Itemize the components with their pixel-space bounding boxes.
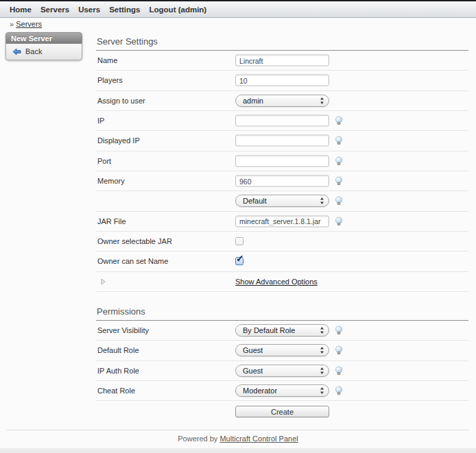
- top-navbar: HomeServersUsersSettingsLogout (admin): [0, 1, 476, 18]
- section-server-settings-header: Server Settings: [96, 32, 468, 51]
- stepper-icon: [320, 367, 324, 375]
- default-role-select[interactable]: Guest: [235, 344, 329, 356]
- form-row-server-visibility: Server VisibilityBy Default Role: [96, 321, 468, 341]
- arrow-left-icon: [12, 48, 21, 56]
- help-lightbulb-icon[interactable]: [334, 136, 344, 145]
- selected-option: Guest: [243, 367, 263, 375]
- sidebar-body: Back: [5, 44, 82, 60]
- field-label-cheat-role: Cheat Role: [97, 387, 135, 395]
- permissions-rows: Server VisibilityBy Default RoleDefault …: [96, 321, 468, 401]
- form-row-cheat-role: Cheat RoleModerator: [96, 381, 468, 401]
- form-row-owner-selectable-jar: Owner selectable JAR: [96, 232, 468, 252]
- field-value-displayed-ip: [235, 135, 329, 147]
- field-value-server-visibility: By Default Role: [235, 324, 329, 336]
- nav-item-home[interactable]: Home: [10, 5, 32, 14]
- selected-option: Guest: [243, 346, 263, 354]
- selected-option: admin: [243, 97, 263, 105]
- players-input[interactable]: [235, 75, 329, 86]
- main-content: Server Settings NamePlayersAssign to use…: [96, 32, 468, 422]
- form-row-ip-auth-role: IP Auth RoleGuest: [96, 361, 468, 381]
- field-value-owner-can-set-name: ✓: [235, 257, 243, 265]
- server-settings-rows: NamePlayersAssign to useradminIPDisplaye…: [96, 51, 468, 292]
- field-label-owner-can-set-name: Owner can set Name: [97, 257, 168, 265]
- form-row-show-advanced-options: Show Advanced Options: [96, 272, 468, 292]
- breadcrumb-link-servers[interactable]: Servers: [16, 20, 42, 28]
- ip-input[interactable]: [235, 115, 329, 127]
- form-row-ip: IP: [96, 111, 468, 131]
- field-value-name: [235, 55, 329, 66]
- field-label-ip: IP: [97, 117, 104, 125]
- field-value-ip-auth-role: Guest: [235, 365, 329, 377]
- footer-text: Powered by: [178, 434, 219, 443]
- stepper-icon: [320, 97, 324, 105]
- stepper-icon: [320, 346, 324, 354]
- sidebar-title: New Server: [5, 32, 82, 44]
- cheat-role-select[interactable]: Moderator: [235, 384, 329, 397]
- port-input[interactable]: [235, 155, 329, 167]
- section-title: Server Settings: [97, 36, 468, 47]
- field-value-assign-to-user: admin: [235, 95, 329, 107]
- field-label-name: Name: [97, 56, 117, 64]
- form-row-owner-can-set-name: Owner can set Name✓: [96, 252, 468, 271]
- help-lightbulb-icon[interactable]: [334, 326, 344, 335]
- field-value-owner-selectable-jar: [235, 237, 243, 245]
- footer-link-multicraft[interactable]: Multicraft Control Panel: [219, 434, 298, 443]
- form-row-default-role: Default RoleGuest: [96, 341, 468, 360]
- assign-to-user-select[interactable]: admin: [235, 95, 329, 107]
- field-value-ip: [235, 115, 329, 127]
- selected-option: Default: [243, 197, 267, 205]
- field-value-port: [235, 155, 329, 167]
- field-value-jar-file: [235, 215, 329, 227]
- field-value-players: [235, 75, 329, 86]
- help-lightbulb-icon[interactable]: [334, 196, 344, 206]
- triangle-right-icon[interactable]: [101, 278, 106, 285]
- sidebar: New Server Back: [5, 32, 82, 60]
- field-value-default: Default: [235, 195, 329, 207]
- field-label-ip-auth-role: IP Auth Role: [97, 367, 139, 375]
- help-lightbulb-icon[interactable]: [334, 176, 344, 186]
- jar-file-input[interactable]: [235, 215, 329, 227]
- back-button[interactable]: Back: [6, 46, 82, 57]
- section-title: Permissions: [97, 306, 468, 317]
- field-value-memory: [235, 175, 329, 187]
- memory-input[interactable]: [235, 175, 329, 187]
- help-lightbulb-icon[interactable]: [334, 366, 344, 376]
- owner-can-set-name-checkbox[interactable]: ✓: [235, 257, 243, 265]
- breadcrumb: » Servers: [10, 20, 42, 28]
- field-label-server-visibility: Server Visibility: [97, 326, 149, 334]
- selected-option: By Default Role: [243, 326, 295, 334]
- field-label-jar-file: JAR File: [97, 217, 126, 225]
- help-lightbulb-icon[interactable]: [334, 345, 344, 355]
- help-lightbulb-icon[interactable]: [334, 217, 344, 226]
- field-label-default-role: Default Role: [97, 346, 139, 354]
- nav-item-settings[interactable]: Settings: [109, 5, 140, 14]
- stepper-icon: [320, 326, 324, 334]
- form-row-name: Name: [96, 51, 468, 71]
- field-value-show-advanced-options: Show Advanced Options: [235, 278, 318, 286]
- create-row: Create: [96, 401, 468, 422]
- nav-item-users[interactable]: Users: [78, 5, 100, 14]
- back-label: Back: [25, 47, 42, 56]
- field-label-owner-selectable-jar: Owner selectable JAR: [97, 237, 172, 245]
- nav-item-logout-admin[interactable]: Logout (admin): [150, 5, 207, 14]
- default-select[interactable]: Default: [235, 195, 329, 207]
- help-lightbulb-icon[interactable]: [334, 156, 344, 166]
- help-lightbulb-icon[interactable]: [334, 116, 344, 125]
- displayed-ip-input[interactable]: [235, 135, 329, 147]
- help-lightbulb-icon[interactable]: [334, 386, 344, 395]
- create-button[interactable]: Create: [235, 406, 329, 417]
- server-visibility-select[interactable]: By Default Role: [235, 324, 329, 336]
- form-row-jar-file: JAR File: [96, 212, 468, 232]
- form-row-players: Players: [96, 71, 468, 90]
- form-row-assign-to-user: Assign to useradmin: [96, 91, 468, 111]
- field-label-assign-to-user: Assign to user: [97, 97, 145, 105]
- footer: Powered by Multicraft Control Panel: [0, 434, 476, 443]
- name-input[interactable]: [235, 55, 329, 66]
- owner-selectable-jar-checkbox[interactable]: [235, 237, 243, 245]
- nav-item-servers[interactable]: Servers: [40, 5, 69, 14]
- show-advanced-options-link[interactable]: Show Advanced Options: [235, 278, 318, 286]
- field-value-default-role: Guest: [235, 344, 329, 356]
- ip-auth-role-select[interactable]: Guest: [235, 365, 329, 377]
- field-label-memory: Memory: [97, 177, 125, 185]
- stepper-icon: [320, 387, 324, 395]
